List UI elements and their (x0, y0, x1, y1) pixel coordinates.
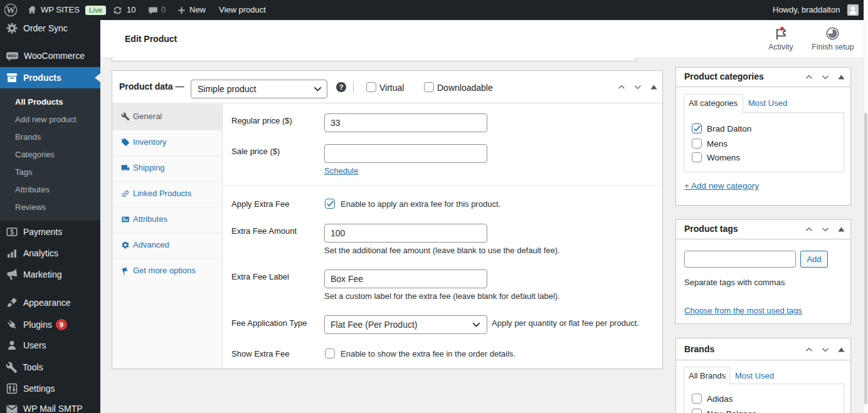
svg-text:WOO: WOO (8, 54, 17, 58)
svg-text:$: $ (10, 229, 14, 236)
svg-text:W: W (6, 6, 15, 15)
